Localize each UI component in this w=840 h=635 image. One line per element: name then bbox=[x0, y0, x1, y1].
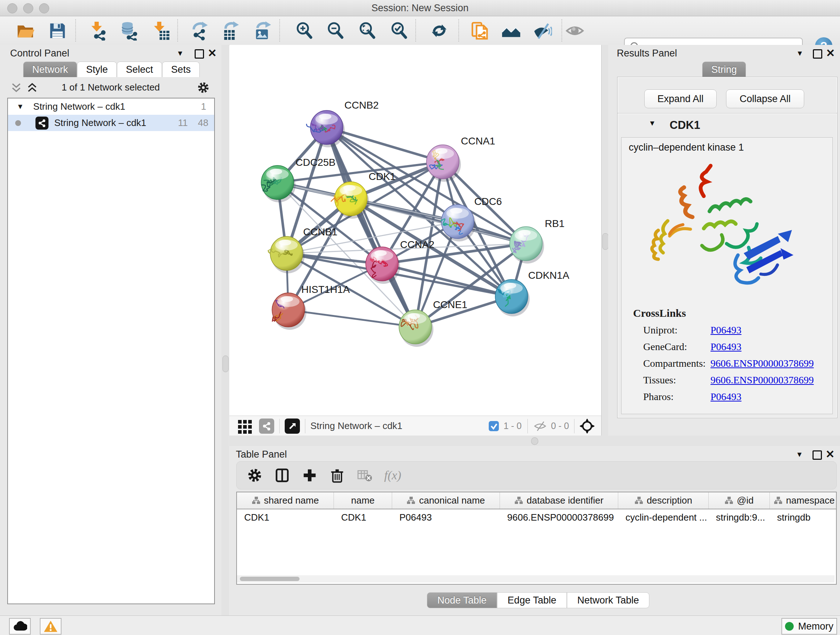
network-view-title: String Network – cdk1 bbox=[310, 420, 402, 432]
edge-count: 48 bbox=[198, 117, 208, 128]
import-network-from-database-button[interactable] bbox=[118, 20, 140, 41]
maximize-panel-button[interactable] bbox=[813, 450, 822, 460]
zoom-out-button[interactable] bbox=[325, 20, 346, 41]
hidden-eye-icon[interactable] bbox=[534, 420, 546, 432]
network-thumbnail-icon[interactable] bbox=[259, 418, 274, 434]
tab-sets[interactable]: Sets bbox=[162, 62, 200, 77]
column-header[interactable]: shared name bbox=[237, 492, 334, 509]
export-image-button[interactable] bbox=[253, 20, 273, 41]
cloud-button[interactable] bbox=[9, 618, 31, 635]
network-selection-status: 1 of 1 Network selected bbox=[0, 78, 221, 97]
status-bar: Memory bbox=[0, 616, 840, 635]
close-panel-button[interactable]: ✕ bbox=[826, 45, 835, 62]
tab-network[interactable]: Network bbox=[23, 62, 77, 77]
cell-database-identifier[interactable]: 9606.ENSP00000378699 bbox=[500, 512, 618, 523]
network-collection-row[interactable]: ▼ String Network – cdk1 1 bbox=[8, 98, 214, 115]
table-settings-gear-icon[interactable] bbox=[247, 467, 263, 483]
close-panel-button[interactable]: ✕ bbox=[208, 45, 217, 62]
cell-id[interactable]: stringdb:9... bbox=[709, 512, 770, 523]
selected-checkbox-icon[interactable] bbox=[488, 421, 499, 432]
clone-network-icon bbox=[470, 21, 490, 41]
network-canvas[interactable]: CCNB2CCNA1CDC25BCDK1CDC6RB1CCNB1CCNA2CDK… bbox=[229, 45, 601, 416]
export-table-button[interactable] bbox=[221, 20, 242, 41]
memory-button[interactable]: Memory bbox=[782, 618, 837, 635]
zoom-fit-button[interactable] bbox=[357, 20, 378, 41]
horizontal-splitter[interactable] bbox=[229, 435, 840, 446]
maximize-panel-button[interactable] bbox=[813, 49, 822, 59]
delete-column-trash-icon[interactable] bbox=[329, 467, 345, 483]
column-header[interactable]: description bbox=[618, 492, 709, 509]
open-session-button[interactable] bbox=[15, 20, 36, 41]
hidden-counts: 0 - 0 bbox=[551, 421, 569, 431]
open-in-new-window-icon[interactable] bbox=[285, 418, 300, 434]
crosslink-link[interactable]: P06493 bbox=[711, 341, 742, 353]
zoom-in-icon bbox=[294, 21, 314, 41]
column-header[interactable]: database identifier bbox=[500, 492, 618, 509]
cell-description[interactable]: cyclin-dependent ... bbox=[618, 512, 709, 523]
import-network-icon bbox=[88, 21, 108, 41]
clone-network-button[interactable] bbox=[470, 20, 491, 41]
create-column-plus-icon[interactable] bbox=[302, 467, 317, 483]
right-splitter[interactable] bbox=[601, 45, 609, 435]
tab-edge-table[interactable]: Edge Table bbox=[497, 592, 567, 608]
network-row[interactable]: String Network – cdk1 11 48 bbox=[8, 115, 214, 131]
tab-style[interactable]: Style bbox=[77, 62, 117, 77]
show-columns-icon[interactable] bbox=[274, 467, 290, 483]
import-network-button[interactable] bbox=[88, 20, 109, 41]
tab-string[interactable]: String bbox=[702, 62, 746, 77]
cell-canonical-name[interactable]: P06493 bbox=[392, 512, 500, 523]
column-type-icon bbox=[407, 496, 415, 505]
close-panel-button[interactable]: ✕ bbox=[826, 446, 835, 463]
cell-name[interactable]: CDK1 bbox=[334, 512, 392, 523]
column-header[interactable]: name bbox=[334, 492, 392, 509]
tab-select[interactable]: Select bbox=[117, 62, 162, 77]
show-hidden-button[interactable] bbox=[564, 20, 585, 41]
toolbar-separator bbox=[574, 419, 575, 433]
node-label: CCNB2 bbox=[344, 100, 379, 111]
collection-caret-icon[interactable]: ▼ bbox=[17, 103, 24, 111]
network-view[interactable]: CCNB2CCNA1CDC25BCDK1CDC6RB1CCNB1CCNA2CDK… bbox=[229, 45, 602, 435]
tab-network-table[interactable]: Network Table bbox=[567, 592, 650, 608]
table-row[interactable]: CDK1 CDK1 P06493 9606.ENSP00000378699 cy… bbox=[237, 509, 836, 526]
node-label: CCNB1 bbox=[303, 226, 338, 238]
cell-namespace[interactable]: stringdb bbox=[770, 512, 837, 523]
crosslink-link[interactable]: 9606.ENSP00000378699 bbox=[711, 358, 813, 369]
expand-all-button[interactable]: Expand All bbox=[644, 89, 717, 108]
scrollbar-thumb[interactable] bbox=[240, 577, 300, 581]
refresh-view-button[interactable] bbox=[429, 20, 450, 41]
gear-icon[interactable] bbox=[197, 81, 210, 94]
crosslink-link[interactable]: P06493 bbox=[711, 325, 742, 336]
left-splitter-handle[interactable] bbox=[223, 356, 229, 372]
column-type-icon bbox=[515, 496, 523, 505]
float-panel-button[interactable]: ▼ bbox=[796, 45, 804, 62]
grid-view-icon[interactable] bbox=[237, 418, 253, 434]
maximize-panel-button[interactable] bbox=[195, 49, 204, 59]
birds-eye-view-icon[interactable] bbox=[579, 418, 595, 434]
right-splitter-handle[interactable] bbox=[602, 233, 608, 250]
column-header[interactable]: canonical name bbox=[392, 492, 500, 509]
section-caret-icon[interactable]: ▼ bbox=[649, 119, 656, 127]
node-section-header[interactable]: ▼ CDK1 bbox=[617, 113, 837, 137]
crosslink-link[interactable]: P06493 bbox=[711, 391, 742, 402]
horizontal-splitter-handle[interactable] bbox=[531, 437, 538, 445]
import-table-button[interactable] bbox=[150, 20, 172, 41]
save-session-button[interactable] bbox=[47, 20, 68, 41]
export-network-button[interactable] bbox=[189, 20, 210, 41]
zoom-in-button[interactable] bbox=[294, 20, 315, 41]
toolbar-separator bbox=[561, 19, 562, 42]
warnings-button[interactable] bbox=[40, 618, 62, 635]
crosslink-link[interactable]: 9606.ENSP00000378699 bbox=[711, 374, 813, 386]
float-panel-button[interactable]: ▼ bbox=[796, 446, 803, 463]
table-horizontal-scrollbar[interactable] bbox=[237, 575, 835, 583]
column-header[interactable]: namespace bbox=[770, 492, 837, 509]
float-panel-button[interactable]: ▼ bbox=[177, 45, 184, 62]
first-neighbors-button[interactable] bbox=[501, 20, 522, 41]
collapse-all-button[interactable]: Collapse All bbox=[726, 89, 804, 108]
column-header[interactable]: @id bbox=[709, 492, 770, 509]
left-splitter[interactable] bbox=[221, 45, 229, 616]
tab-node-table[interactable]: Node Table bbox=[427, 592, 497, 608]
zoom-selected-button[interactable] bbox=[388, 20, 409, 41]
cell-shared-name[interactable]: CDK1 bbox=[237, 512, 334, 523]
hide-selected-button[interactable] bbox=[532, 20, 553, 41]
node-table[interactable]: shared name name canonical name database… bbox=[236, 492, 837, 585]
